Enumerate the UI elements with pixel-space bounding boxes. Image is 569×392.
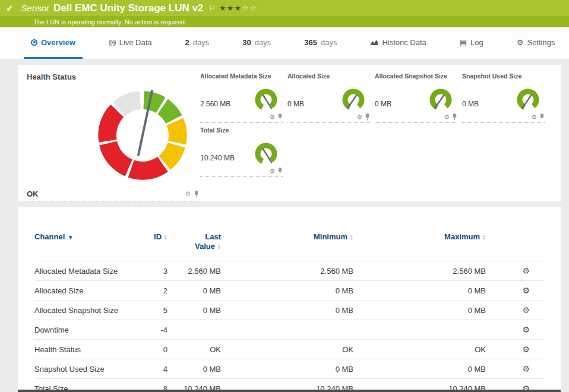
cell-last-value: OK xyxy=(167,340,221,359)
tab-2-days-label: days xyxy=(193,38,209,47)
sort-desc-icon: ▼ xyxy=(68,235,73,241)
table-row[interactable]: Allocated Snapshot Size 5 0 MB 0 MB 0 MB… xyxy=(34,301,544,320)
col-header-actions xyxy=(486,232,544,261)
tab-30-days[interactable]: 30 days xyxy=(235,27,278,59)
gauge-card-value: 0 MB xyxy=(375,100,391,113)
gauge-card-value: 0 MB xyxy=(287,100,304,113)
channels-table: Channel▼ ID▲▼ Last Value▲▼ Minimum▲▼ Max… xyxy=(34,232,544,392)
tab-365-days[interactable]: 365 days xyxy=(297,27,344,59)
channel-settings-icon[interactable]: ⚙ xyxy=(522,344,530,354)
cell-channel: Snapshot Used Size xyxy=(34,359,138,379)
col-header-minimum[interactable]: Minimum▲▼ xyxy=(221,232,353,261)
col-header-maximum[interactable]: Maximum▲▼ xyxy=(353,232,486,261)
col-header-channel-label: Channel xyxy=(34,232,65,241)
table-row[interactable]: Allocated Metadata Size 3 2.560 MB 2.560… xyxy=(34,261,544,281)
channel-settings-icon[interactable]: ⚙ xyxy=(522,286,530,295)
channel-settings-icon[interactable]: ⚙ xyxy=(522,305,530,315)
tab-overview[interactable]: Overview xyxy=(24,27,83,59)
col-header-id[interactable]: ID▲▼ xyxy=(138,232,167,261)
col-header-channel[interactable]: Channel▼ xyxy=(34,232,138,261)
gauge-card-title: Allocated Metadata Size xyxy=(200,72,283,87)
gauge-card-snapshot-used-size: Snapshot Used Size 0 MB ⚙ xyxy=(462,72,545,123)
widget-gear-icon[interactable]: ⚙ xyxy=(269,114,275,121)
tab-log[interactable]: ▤ Log xyxy=(453,27,491,59)
stars-filled[interactable]: ★★★ xyxy=(219,4,242,12)
sensor-overview-content: Health Status OK ⚙ Allocated Metadata Si… xyxy=(0,59,569,392)
cell-channel: Allocated Snapshot Size xyxy=(34,301,138,320)
gauge-card-allocated-size: Allocated Size 0 MB ⚙ xyxy=(287,72,370,123)
health-status-value: OK xyxy=(27,189,185,198)
cell-channel: Allocated Metadata Size xyxy=(34,261,138,281)
priority-stars[interactable]: ★★★☆☆ xyxy=(219,4,257,12)
col-header-last-value[interactable]: Last Value▲▼ xyxy=(167,232,221,261)
table-row[interactable]: Downtime -4 ⚙ xyxy=(34,320,544,340)
cell-channel: Health Status xyxy=(34,340,138,359)
mini-gauge xyxy=(515,87,541,113)
pin-icon[interactable] xyxy=(277,113,283,121)
log-icon: ▤ xyxy=(460,38,467,47)
pin-icon[interactable] xyxy=(365,113,370,121)
cell-id: 3 xyxy=(138,261,167,281)
widget-gear-icon[interactable]: ⚙ xyxy=(269,168,275,175)
pin-icon[interactable] xyxy=(539,113,545,121)
cell-channel: Allocated Size xyxy=(34,281,138,301)
widget-gear-icon[interactable]: ⚙ xyxy=(185,191,191,197)
gauge-card-title: Snapshot Used Size xyxy=(462,72,545,87)
channel-settings-icon[interactable]: ⚙ xyxy=(522,364,530,374)
tab-2-days[interactable]: 2 days xyxy=(178,27,217,59)
pin-icon[interactable] xyxy=(277,167,283,175)
tab-live-data[interactable]: ((•)) Live Data xyxy=(102,27,159,59)
table-row[interactable]: Health Status 0 OK OK OK ⚙ xyxy=(34,340,544,359)
cell-maximum: OK xyxy=(353,340,486,359)
table-header-row: Channel▼ ID▲▼ Last Value▲▼ Minimum▲▼ Max… xyxy=(34,232,544,261)
cell-minimum: OK xyxy=(221,340,353,359)
cell-maximum: 2.560 MB xyxy=(353,261,486,281)
channels-panel: Channel▼ ID▲▼ Last Value▲▼ Minimum▲▼ Max… xyxy=(18,207,561,392)
mini-gauge-needle xyxy=(435,96,444,108)
mini-gauge xyxy=(253,141,279,167)
gauge-card-allocated-metadata-size: Allocated Metadata Size 2.560 MB ⚙ xyxy=(200,72,283,123)
widget-gear-icon[interactable]: ⚙ xyxy=(531,114,537,121)
pin-icon[interactable] xyxy=(194,191,199,198)
cell-channel: Downtime xyxy=(34,320,138,340)
sort-icon: ▲▼ xyxy=(482,235,486,240)
cell-last-value: 2.560 MB xyxy=(167,261,221,281)
channel-settings-icon[interactable]: ⚙ xyxy=(522,266,530,276)
sensor-status-banner: ✓ Sensor Dell EMC Unity Storage LUN v2 ⚐… xyxy=(0,0,569,27)
cell-id: 2 xyxy=(138,281,167,301)
sensor-status-message: The LUN is operating normally. No action… xyxy=(33,18,186,26)
sort-icon: ▲▼ xyxy=(350,235,353,240)
cell-id: 4 xyxy=(138,359,167,379)
cell-minimum: 2.560 MB xyxy=(221,261,353,281)
health-status-widget: Health Status OK ⚙ xyxy=(27,72,199,201)
cell-minimum: 0 MB xyxy=(221,301,353,320)
cell-id: 0 xyxy=(138,340,167,359)
table-row[interactable]: Snapshot Used Size 4 0 MB 0 MB 0 MB ⚙ xyxy=(34,359,544,379)
gauges-panel: Health Status OK ⚙ Allocated Metadata Si… xyxy=(18,65,561,201)
table-row[interactable]: Allocated Size 2 0 MB 0 MB 0 MB ⚙ xyxy=(34,281,544,301)
health-status-gauge xyxy=(88,81,197,189)
mini-gauge xyxy=(428,87,454,113)
channel-settings-icon[interactable]: ⚙ xyxy=(522,325,530,334)
status-check-icon: ✓ xyxy=(6,3,14,14)
cell-minimum: 0 MB xyxy=(221,281,353,301)
tab-settings-label: Settings xyxy=(527,38,555,47)
widget-gear-icon[interactable]: ⚙ xyxy=(356,114,362,121)
gauge-card-value: 0 MB xyxy=(462,100,479,113)
mini-gauge xyxy=(253,87,279,113)
tab-bar: Overview ((•)) Live Data 2 days 30 days … xyxy=(0,27,569,59)
widget-gear-icon[interactable]: ⚙ xyxy=(444,114,450,121)
stars-empty[interactable]: ☆☆ xyxy=(242,4,257,12)
banner-message-row: The LUN is operating normally. No action… xyxy=(0,16,569,27)
historic-data-icon xyxy=(370,39,378,46)
col-header-id-label: ID xyxy=(154,232,162,241)
priority-flag-icon[interactable]: ⚐ xyxy=(208,4,215,12)
tab-settings[interactable]: ⚙ Settings xyxy=(510,27,562,59)
prtg-sensor-page: { "colors": { "header_green": "#a6c52f",… xyxy=(0,0,569,392)
sort-icon: ▲▼ xyxy=(217,244,221,249)
col-header-minimum-label: Minimum xyxy=(314,232,347,241)
tab-2-days-number: 2 xyxy=(185,38,189,47)
pin-icon[interactable] xyxy=(452,113,457,121)
tab-historic-data[interactable]: Historic Data xyxy=(363,27,433,59)
health-widget-footer: OK ⚙ xyxy=(27,189,199,201)
